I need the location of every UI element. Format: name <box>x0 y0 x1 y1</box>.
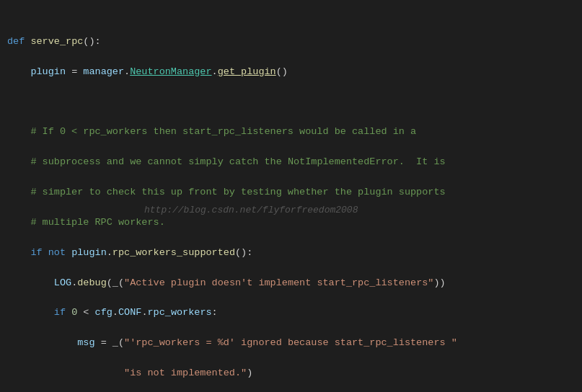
line-10: if 0 < cfg.CONF.rpc_workers: <box>7 306 575 321</box>
line-12: "is not implemented.") <box>7 366 575 381</box>
line-8: if not plugin.rpc_workers_supported(): <box>7 246 575 261</box>
line-9: LOG.debug(_("Active plugin doesn't imple… <box>7 276 575 291</box>
line-2: plugin = manager.NeutronManager.get_plug… <box>7 65 575 80</box>
line-1: def serve_rpc(): <box>7 35 575 50</box>
line-4: # If 0 < rpc_workers then start_rpc_list… <box>7 125 575 140</box>
line-6: # simpler to check this up front by test… <box>7 185 575 200</box>
line-5: # subprocess and we cannot simply catch … <box>7 155 575 170</box>
line-7: # multiple RPC workers. <box>7 215 575 231</box>
code-block: def serve_rpc(): plugin = manager.Neutro… <box>0 0 582 392</box>
line-11: msg = _("'rpc_workers = %d' ignored beca… <box>7 336 575 351</box>
line-3 <box>7 95 575 110</box>
